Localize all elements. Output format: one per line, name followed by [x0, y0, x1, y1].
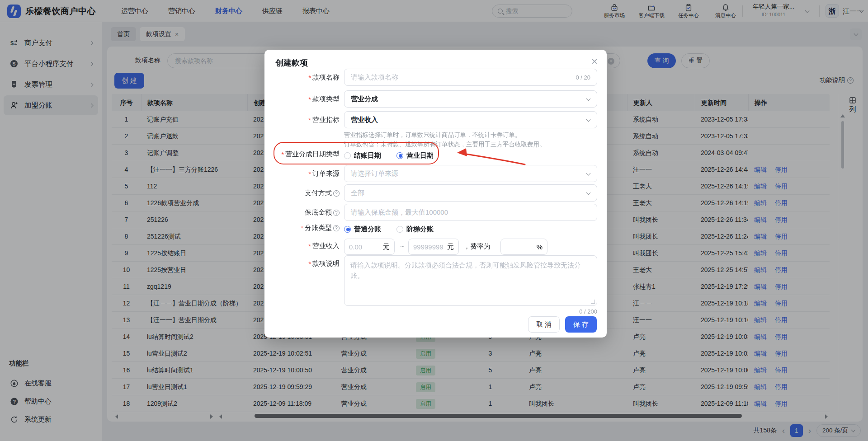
order-source-select[interactable]: 请选择订单来源 — [344, 165, 597, 182]
select-value: 全部 — [351, 189, 364, 197]
field-label-desc: *款项说明 — [264, 259, 340, 268]
required-mark: * — [308, 260, 311, 267]
create-payment-modal: 创建款项 × *款项名称 请输入款项名称 0 / 20 *款项类型 营业分成 *… — [264, 50, 607, 338]
radio-business-date[interactable] — [396, 152, 403, 159]
chevron-down-icon — [586, 171, 591, 176]
revenue-to-input[interactable]: 99999999.99 元 — [408, 239, 459, 255]
field-label-metric: *营业指标 — [264, 116, 340, 124]
select-placeholder: 请选择订单来源 — [351, 169, 398, 178]
tilde-separator: ~ — [400, 242, 404, 250]
rate-input[interactable]: % — [500, 239, 547, 255]
field-label-min-amount: 保底金额? — [264, 208, 340, 217]
help-icon[interactable]: ? — [333, 210, 340, 216]
required-mark: * — [308, 74, 311, 81]
field-label-order-source: *订单来源 — [264, 169, 340, 178]
select-value: 营业分成 — [351, 95, 378, 103]
business-metric-select[interactable]: 营业收入 — [344, 111, 597, 128]
radio-tiered-split[interactable] — [396, 226, 403, 233]
field-label-revenue: *营业收入 — [264, 242, 340, 250]
desc-counter: 0 / 200 — [344, 308, 597, 315]
min-amount-input[interactable]: 请输入保底金额，最大值100000 — [344, 204, 597, 221]
input-value: 0.00 — [349, 243, 362, 251]
required-mark: * — [281, 150, 284, 158]
field-label-split-type: *分账类型? — [264, 224, 340, 232]
revenue-from-input[interactable]: 0.00 元 — [344, 239, 395, 255]
chevron-down-icon — [586, 191, 591, 195]
radio-settle-date[interactable] — [344, 152, 351, 159]
radio-label[interactable]: 阶梯分账 — [406, 225, 434, 234]
description-textarea[interactable]: 请输入款项说明。分账款项必须合法合规，否则可能触发风险管控导致无法分账。 — [344, 255, 597, 306]
field-label-date-type: *营业分成日期类型 — [264, 150, 340, 159]
cancel-button[interactable]: 取 消 — [528, 316, 560, 333]
field-label-type: *款项类型 — [264, 95, 340, 103]
radio-label[interactable]: 普通分账 — [354, 225, 381, 234]
char-counter: 0 / 20 — [576, 74, 590, 81]
resize-handle-icon[interactable] — [591, 300, 595, 304]
radio-normal-split[interactable] — [344, 226, 351, 233]
select-value: 营业收入 — [351, 116, 378, 124]
unit-suffix: 元 — [447, 243, 454, 251]
payment-type-select[interactable]: 营业分成 — [344, 90, 597, 108]
field-label-pay-method: 支付方式? — [264, 189, 340, 197]
required-mark: * — [301, 224, 303, 232]
input-value: 99999999.99 — [413, 243, 443, 251]
date-type-radio-group: 结账日期 营业日期 — [344, 150, 434, 161]
rate-label: ，费率为 — [463, 242, 491, 251]
metric-hint-1: 营业指标选择订单时，订单数只统计商品订单，不统计卡券订单。 — [344, 131, 521, 139]
radio-label[interactable]: 营业日期 — [406, 151, 434, 160]
required-mark: * — [308, 242, 311, 250]
payment-name-input[interactable]: 请输入款项名称 0 / 20 — [344, 69, 597, 86]
close-icon[interactable]: × — [591, 55, 598, 68]
unit-suffix: 元 — [383, 243, 390, 251]
chevron-down-icon — [586, 117, 591, 122]
split-type-radio-group: 普通分账 阶梯分账 — [344, 224, 434, 235]
input-placeholder: 请输入保底金额，最大值100000 — [351, 208, 448, 217]
unit-suffix: % — [537, 243, 542, 251]
required-mark: * — [308, 116, 311, 124]
modal-title: 创建款项 — [275, 57, 308, 68]
input-placeholder: 请输入款项名称 — [351, 73, 398, 82]
field-label-name: *款项名称 — [264, 73, 340, 82]
chevron-down-icon — [586, 97, 591, 101]
required-mark: * — [308, 170, 311, 178]
help-icon[interactable]: ? — [333, 225, 340, 231]
help-icon[interactable]: ? — [333, 190, 340, 197]
textarea-placeholder: 请输入款项说明。分账款项必须合法合规，否则可能触发风险管控导致无法分账。 — [350, 261, 581, 279]
pay-method-select[interactable]: 全部 — [344, 184, 597, 202]
save-button[interactable]: 保 存 — [565, 316, 597, 333]
metric-hint-2: 订单数包含：未付款、退款等所有订单状态，主要用于三方平台收取费用。 — [344, 141, 546, 149]
radio-label[interactable]: 结账日期 — [354, 151, 381, 160]
required-mark: * — [308, 95, 311, 103]
